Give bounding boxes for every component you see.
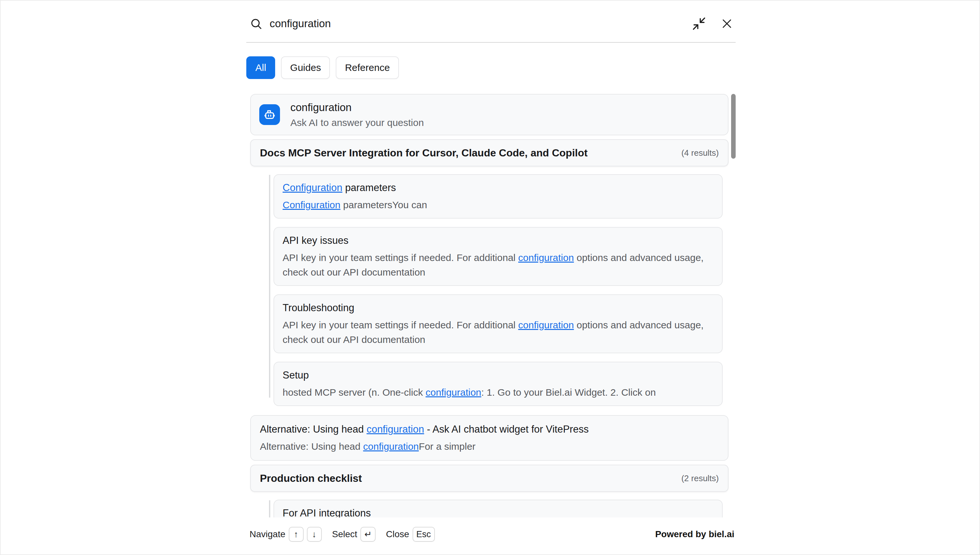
- result-text-segment: hosted MCP server (n. One-click: [283, 387, 425, 398]
- arrow-down-key: ↓: [307, 527, 322, 542]
- minimize-icon: [692, 16, 706, 31]
- result-text-segment: Alternative: Using head: [260, 423, 367, 435]
- section-title: Production checklist: [260, 472, 362, 484]
- result-keyword-link[interactable]: Configuration: [283, 182, 342, 193]
- result-card[interactable]: For API integrations: [274, 500, 723, 517]
- footer: Navigate ↑ ↓ Select ↵ Close Esc Powered …: [246, 517, 735, 554]
- result-keyword-link[interactable]: Configuration: [283, 199, 340, 210]
- enter-key: ↵: [360, 527, 376, 542]
- section-results: For API integrations: [269, 500, 735, 517]
- results-viewport: configuration Ask AI to answer your ques…: [246, 94, 735, 517]
- navigate-hint: Navigate ↑ ↓: [249, 527, 322, 542]
- result-text-segment: API key in your team settings if needed.…: [283, 252, 518, 263]
- indent-guide: [269, 500, 270, 517]
- result-keyword-link[interactable]: configuration: [363, 441, 419, 452]
- ask-ai-title: configuration: [290, 100, 424, 114]
- navigate-label: Navigate: [249, 529, 285, 539]
- result-card[interactable]: API key issuesAPI key in your team setti…: [274, 227, 723, 286]
- close-hint: Close Esc: [386, 527, 435, 542]
- search-icon: [249, 17, 262, 30]
- section-header[interactable]: Production checklist(2 results): [250, 465, 729, 492]
- search-header: [246, 1, 735, 43]
- section-header[interactable]: Docs MCP Server Integration for Cursor, …: [250, 139, 729, 167]
- result-text-segment: For a simpler: [419, 441, 475, 452]
- result-text-segment: Troubleshooting: [283, 302, 354, 313]
- ask-ai-text: configuration Ask AI to answer your ques…: [290, 100, 424, 129]
- select-label: Select: [332, 529, 357, 539]
- result-title: Troubleshooting: [283, 301, 714, 315]
- result-card[interactable]: TroubleshootingAPI key in your team sett…: [274, 294, 723, 353]
- section-result-count: (4 results): [681, 148, 719, 158]
- search-input[interactable]: [270, 18, 692, 30]
- result-text-segment: API key in your team settings if needed.…: [283, 319, 518, 330]
- result-keyword-link[interactable]: configuration: [518, 319, 574, 330]
- indent-guide: [269, 175, 270, 398]
- result-keyword-link[interactable]: configuration: [518, 252, 574, 263]
- result-text-segment: parameters: [342, 182, 396, 193]
- result-card[interactable]: Configuration parametersConfiguration pa…: [274, 174, 723, 218]
- result-title: API key issues: [283, 233, 714, 248]
- result-text-segment: Setup: [283, 369, 309, 381]
- close-icon: [719, 16, 734, 31]
- tab-reference[interactable]: Reference: [336, 56, 399, 79]
- result-text-segment: For API integrations: [283, 507, 371, 517]
- result-body: API key in your team settings if needed.…: [283, 318, 714, 347]
- result-text-segment: API key issues: [283, 235, 348, 246]
- result-body: Configuration parametersYou can: [283, 197, 714, 212]
- tab-guides[interactable]: Guides: [281, 56, 330, 79]
- result-text-segment: Alternative: Using head: [260, 441, 363, 452]
- result-body: API key in your team settings if needed.…: [283, 250, 714, 279]
- result-card[interactable]: Alternative: Using head configuration - …: [250, 415, 729, 461]
- result-title: Configuration parameters: [283, 181, 714, 195]
- result-card[interactable]: Setuphosted MCP server (n. One-click con…: [274, 362, 723, 406]
- select-hint: Select ↵: [332, 527, 376, 542]
- ask-ai-subtitle: Ask AI to answer your question: [290, 116, 424, 129]
- search-modal: All Guides Reference: [0, 0, 980, 555]
- section-results: Configuration parametersConfiguration pa…: [269, 174, 735, 406]
- minimize-button[interactable]: [692, 16, 706, 31]
- results-scrollbar[interactable]: [731, 94, 735, 159]
- ask-ai-card[interactable]: configuration Ask AI to answer your ques…: [250, 94, 729, 135]
- result-text-segment: - Ask AI chatbot widget for VitePress: [424, 423, 589, 435]
- result-keyword-link[interactable]: configuration: [367, 423, 424, 435]
- result-title: Alternative: Using head configuration - …: [260, 422, 719, 436]
- result-title: Setup: [283, 368, 714, 382]
- result-title: For API integrations: [283, 506, 714, 517]
- results-list: configuration Ask AI to answer your ques…: [246, 94, 735, 517]
- section-result-count: (2 results): [681, 473, 719, 483]
- powered-by-link[interactable]: Powered by biel.ai: [655, 529, 734, 539]
- result-text-segment: parametersYou can: [340, 199, 427, 210]
- filter-tabs: All Guides Reference: [246, 56, 735, 79]
- section-title: Docs MCP Server Integration for Cursor, …: [260, 147, 587, 159]
- arrow-up-key: ↑: [289, 527, 304, 542]
- result-body: hosted MCP server (n. One-click configur…: [283, 385, 714, 399]
- close-label: Close: [386, 529, 409, 539]
- keyboard-hints: Navigate ↑ ↓ Select ↵ Close Esc: [249, 527, 435, 542]
- result-body: Alternative: Using head configurationFor…: [260, 439, 719, 454]
- esc-key: Esc: [412, 527, 435, 542]
- modal-content: All Guides Reference: [246, 1, 735, 554]
- robot-icon: [259, 104, 280, 125]
- tab-all[interactable]: All: [246, 56, 275, 79]
- result-keyword-link[interactable]: configuration: [425, 387, 481, 398]
- close-button[interactable]: [719, 16, 734, 31]
- result-text-segment: : 1. Go to your Biel.ai Widget. 2. Click…: [481, 387, 656, 398]
